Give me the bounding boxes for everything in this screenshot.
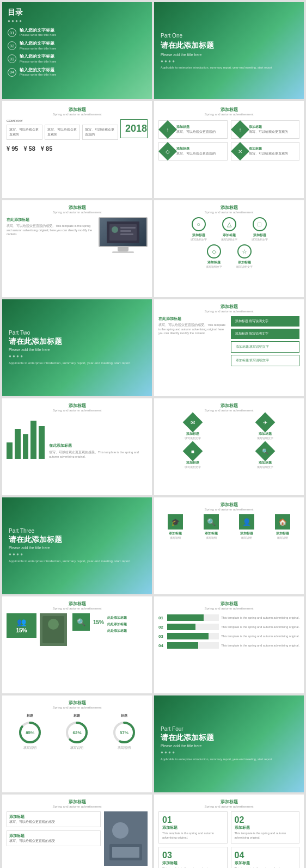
slide-part-two: Part Two 请在此添加标题 Please add the title he… <box>2 299 152 396</box>
arrow-icon-box-1: 🎓 <box>168 514 183 530</box>
company-label: COMPANY <box>7 119 118 122</box>
five-icon-4: ◇ 添加标题 填写说明文字 <box>200 244 228 268</box>
five-icon-circle-5: ☆ <box>237 244 252 258</box>
progress-bar-fill-3 <box>167 633 209 639</box>
toc-text-2: 输入您的文字标题 Please write the title here <box>20 41 56 51</box>
card-3: 填写、可以给观众更直观的 <box>82 125 118 140</box>
svg-rect-5 <box>120 233 133 235</box>
stats-subtitle: Spring and autumn advertisement <box>7 607 148 610</box>
part-one-desc: Applicable to enterprise introduction, s… <box>161 66 272 69</box>
five-icon-circle-4: ◇ <box>207 244 221 258</box>
progress-item-3: 03 This template is the spring and autum… <box>158 633 299 639</box>
price-1: ¥ 95 <box>7 145 18 152</box>
n-item-3: 03 添加标题 This template is the spring and … <box>158 847 228 868</box>
toc-num-1: 01 <box>8 28 16 37</box>
svg-point-2 <box>112 226 118 233</box>
n-item-2: 02 添加标题 This template is the spring and … <box>231 811 300 844</box>
diamond-icons-title: 添加标题 <box>158 403 299 409</box>
toc-num-3: 03 <box>8 54 16 63</box>
stat-box-2: 🔍 15% <box>72 613 104 631</box>
svg-rect-3 <box>120 227 136 229</box>
green-bar-2: 添加标题 填写说明文字 <box>231 329 300 339</box>
part-two-subtitle: Please add the title here <box>9 348 145 352</box>
five-icon-circle-2: △ <box>222 217 236 231</box>
diamond-1: ✉ <box>182 413 203 433</box>
n-item-1: 01 添加标题 This template is the spring and … <box>158 811 228 844</box>
slide-icon-arrows: 添加标题 Spring and autumn advertisement 🎓 添… <box>154 497 304 594</box>
monitor-stand <box>118 247 128 251</box>
progress-bar-bg-3 <box>167 633 219 639</box>
price-2: ¥ 58 <box>23 145 35 152</box>
bar-chart-text: 在此添加标题 填写、可以给观众更直观的感受。This template is t… <box>49 443 148 459</box>
progress-bar-fill-1 <box>167 614 204 621</box>
part-four-desc: Applicable to enterprise introduction, s… <box>161 757 297 761</box>
four-items-title: 添加标题 <box>158 799 299 805</box>
toc-text-1: 输入您的文字标题 Please write the title here <box>20 28 56 38</box>
arrow-icon-box-2: 🔍 <box>204 514 219 530</box>
toc-item-4: 04 输入您的文字标题 Please write the title here <box>8 67 146 77</box>
icon-grid-subtitle: Spring and autumn advertisement <box>158 113 299 116</box>
image-text-subtitle: Spring and autumn advertisement <box>7 805 148 808</box>
stat-image <box>40 613 67 646</box>
d-item-2: ✈ 添加标题 填写说明文字 <box>231 415 300 440</box>
d-item-1: ✉ 添加标题 填写说明文字 <box>158 415 227 440</box>
five-icon-2: △ 添加标题 填写说明文字 <box>216 217 243 241</box>
progress-bar-fill-4 <box>167 642 198 649</box>
d-item-4: 🔍 添加标题 填写说明文字 <box>231 444 300 469</box>
progress-bar-bg-2 <box>167 624 219 630</box>
toc-item-1: 01 输入您的文字标题 Please write the title here <box>8 28 146 38</box>
slide-bar-chart: 添加标题 Spring and autumn advertisement 在此添… <box>2 398 152 495</box>
five-icon-circle-3: □ <box>253 217 267 231</box>
circles-title: 添加标题 <box>7 700 148 706</box>
icon-item-3: ◇ 添加标题 填写、可以给观众更直观的 <box>158 142 228 161</box>
text-item-2: 添加标题 填写、可以给观众更直观的感受 <box>7 830 101 846</box>
green-bar-1: 添加标题 填写说明文字 <box>231 316 300 327</box>
part-one-subtitle: Please add the title here <box>161 53 202 57</box>
right-item-2: 此处添加标题 <box>107 622 127 627</box>
arrow-icon-2: 🔍 添加标题 填写说明 <box>198 514 225 539</box>
icon-arrows-subtitle: Spring and autumn advertisement <box>158 508 299 511</box>
year-box: 2018 <box>120 119 148 138</box>
progress-bar-fill-2 <box>167 624 195 630</box>
bar-2 <box>15 429 21 459</box>
search-icon-box: 🔍 <box>72 613 90 631</box>
part-three-dots: ● ● ● ● <box>9 552 145 557</box>
part-two-label: Part Two <box>9 330 145 336</box>
slide-four-items: 添加标题 Spring and autumn advertisement 01 … <box>154 795 304 868</box>
slide-part-three: Part Three 请在此添加标题 Please add the title … <box>2 497 152 594</box>
d-item-3: ■ 添加标题 填写说明文字 <box>158 444 227 469</box>
outline-bar-2: 添加标题 填写说明文字 <box>231 355 300 366</box>
monitor-title: 添加标题 <box>7 205 148 211</box>
svg-rect-18 <box>112 847 139 858</box>
stat-right-items: 此处添加标题 此处添加标题 此处添加标题 <box>107 615 127 635</box>
slide-stats: 添加标题 Spring and autumn advertisement 👥 1… <box>2 596 152 693</box>
slide-icon-grid: 添加标题 Spring and autumn advertisement ↑ 添… <box>154 101 304 198</box>
slide-image-text: 添加标题 Spring and autumn advertisement 添加标… <box>2 795 152 868</box>
monitor-text-title: 在此添加标题 <box>7 217 94 223</box>
green-boxes-right: 添加标题 填写说明文字 添加标题 填写说明文字 添加标题 填写说明文字 添加标题… <box>231 316 300 366</box>
bar-chart-title: 添加标题 <box>7 403 148 409</box>
n-item-4: 04 添加标题 This template is the spring and … <box>231 847 300 868</box>
part-one-title: 请在此添加标题 <box>161 41 214 51</box>
part-four-subtitle: Please add the title here <box>161 744 297 748</box>
monitor-base <box>112 251 134 253</box>
icon-box-4: ✕ <box>231 142 249 161</box>
stats-title: 添加标题 <box>7 601 148 607</box>
part-four-dots: ● ● ● ● <box>161 750 297 755</box>
green-boxes-left: 在此添加标题 填写、可以给观众更直观的感受。This template is t… <box>158 316 228 366</box>
right-item-3: 此处添加标题 <box>107 629 127 633</box>
circles-subtitle: Spring and autumn advertisement <box>7 706 148 709</box>
svg-rect-4 <box>120 230 131 232</box>
toc-title: 目录 <box>8 8 146 17</box>
part-four-title: 请在此添加标题 <box>161 733 297 743</box>
diamond-icons-subtitle: Spring and autumn advertisement <box>158 409 299 412</box>
part-three-subtitle: Please add the title here <box>9 546 145 550</box>
monitor-subtitle: Spring and autumn advertisement <box>7 211 148 214</box>
monitor-text-body: 填写、可以给观众更直观的感受。This template is the spri… <box>7 224 94 237</box>
progress-item-4: 04 This template is the spring and autum… <box>158 642 299 649</box>
circle-item-2: 标题 62% 填写说明 <box>65 713 89 750</box>
progress-subtitle: Spring and autumn advertisement <box>158 607 299 610</box>
icon-box-1: ↑ <box>158 120 177 139</box>
progress-title: 添加标题 <box>158 601 299 607</box>
five-icons-title: 添加标题 <box>158 205 299 211</box>
